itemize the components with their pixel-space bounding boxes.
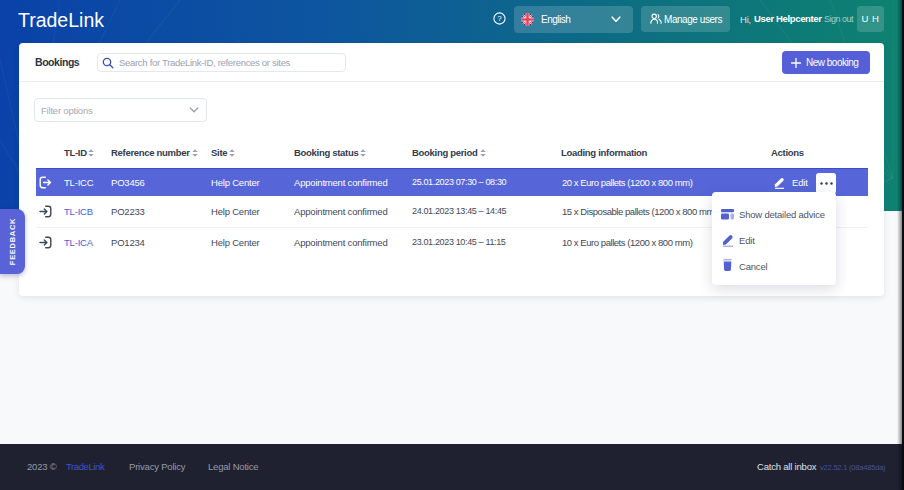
svg-text:?: ? xyxy=(497,14,502,23)
